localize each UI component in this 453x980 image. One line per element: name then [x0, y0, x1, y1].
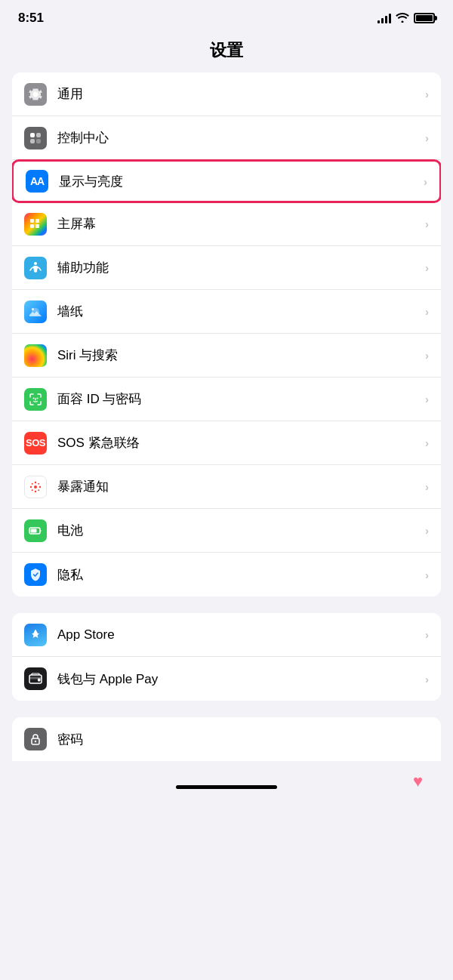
- page-title: 设置: [210, 41, 243, 60]
- settings-row-wallet[interactable]: 钱包与 Apple Pay ›: [12, 657, 441, 701]
- control-center-icon: [24, 127, 47, 149]
- svg-rect-3: [36, 139, 41, 143]
- signal-icon: [378, 13, 391, 23]
- wallet-icon: [24, 667, 47, 690]
- settings-row-home-screen[interactable]: 主屏幕 ›: [12, 202, 441, 246]
- svg-rect-6: [30, 224, 34, 228]
- svg-rect-7: [35, 224, 39, 228]
- control-center-chevron: ›: [425, 131, 429, 144]
- exposure-chevron: ›: [425, 480, 429, 493]
- settings-row-general[interactable]: 通用 ›: [12, 72, 441, 116]
- svg-point-10: [32, 308, 34, 310]
- battery-icon: [414, 13, 435, 23]
- appstore-icon: [24, 624, 47, 646]
- svg-point-17: [39, 485, 41, 487]
- wallet-chevron: ›: [425, 673, 429, 686]
- password-label: 密码: [57, 731, 429, 748]
- sos-icon: SOS: [24, 432, 47, 455]
- settings-row-exposure[interactable]: 暴露通知 ›: [12, 465, 441, 509]
- accessibility-chevron: ›: [425, 261, 429, 274]
- display-label: 显示与亮度: [59, 173, 424, 190]
- siri-icon: [24, 344, 47, 367]
- svg-point-21: [38, 489, 39, 491]
- status-time: 8:51: [18, 11, 44, 26]
- svg-point-13: [34, 485, 37, 488]
- exposure-icon: [24, 476, 47, 498]
- svg-point-14: [35, 481, 36, 482]
- password-section: 密码: [12, 717, 441, 761]
- settings-row-battery[interactable]: 电池 ›: [12, 509, 441, 553]
- general-chevron: ›: [425, 88, 429, 100]
- svg-point-28: [35, 741, 36, 742]
- settings-row-sos[interactable]: SOS SOS 紧急联络 ›: [12, 421, 441, 465]
- exposure-label: 暴露通知: [57, 478, 425, 495]
- settings-row-appstore[interactable]: App Store ›: [12, 613, 441, 657]
- appstore-label: App Store: [57, 627, 425, 643]
- privacy-label: 隐私: [57, 566, 425, 584]
- battery-label: 电池: [57, 522, 425, 539]
- settings-row-faceid[interactable]: 面容 ID 与密码 ›: [12, 378, 441, 421]
- accessibility-icon: [24, 257, 47, 279]
- wallpaper-icon: [24, 300, 47, 323]
- store-section: App Store › 钱包与 Apple Pay ›: [12, 613, 441, 701]
- general-icon: [24, 83, 47, 106]
- accessibility-label: 辅助功能: [57, 259, 425, 276]
- svg-rect-23: [31, 529, 37, 532]
- svg-point-15: [35, 490, 36, 492]
- display-icon: AA: [26, 170, 48, 193]
- svg-point-16: [30, 485, 32, 487]
- display-chevron: ›: [424, 175, 427, 188]
- control-center-label: 控制中心: [57, 129, 425, 146]
- settings-row-siri[interactable]: Siri 与搜索 ›: [12, 334, 441, 378]
- wallet-label: 钱包与 Apple Pay: [57, 670, 425, 688]
- svg-point-8: [34, 262, 37, 265]
- settings-row-password[interactable]: 密码: [12, 717, 441, 761]
- status-bar: 8:51: [0, 0, 453, 32]
- svg-rect-2: [30, 139, 35, 143]
- svg-rect-0: [30, 133, 35, 137]
- settings-row-wallpaper[interactable]: 墙纸 ›: [12, 290, 441, 334]
- wallpaper-label: 墙纸: [57, 303, 425, 320]
- status-icons: [378, 12, 435, 25]
- faceid-icon: [24, 388, 47, 411]
- svg-point-20: [32, 489, 33, 491]
- appstore-chevron: ›: [425, 628, 429, 641]
- settings-row-display[interactable]: AA 显示与亮度 ›: [12, 159, 441, 203]
- privacy-chevron: ›: [425, 569, 429, 581]
- svg-rect-26: [38, 679, 41, 682]
- settings-row-privacy[interactable]: 隐私 ›: [12, 553, 441, 596]
- siri-chevron: ›: [425, 349, 429, 362]
- home-indicator: [176, 785, 277, 789]
- password-icon: [24, 728, 47, 750]
- decorative-heart: ♥: [413, 772, 423, 791]
- faceid-chevron: ›: [425, 393, 429, 405]
- siri-label: Siri 与搜索: [57, 347, 425, 364]
- settings-row-accessibility[interactable]: 辅助功能 ›: [12, 246, 441, 290]
- privacy-icon: [24, 563, 47, 586]
- home-screen-chevron: ›: [425, 217, 429, 230]
- home-screen-icon: [24, 213, 47, 236]
- faceid-label: 面容 ID 与密码: [57, 390, 425, 408]
- battery-row-icon: [24, 519, 47, 542]
- battery-chevron: ›: [425, 524, 429, 537]
- svg-point-12: [37, 397, 39, 399]
- svg-rect-4: [30, 219, 34, 223]
- page-title-bar: 设置: [0, 32, 453, 72]
- svg-point-19: [38, 482, 39, 484]
- general-section: 通用 › 控制中心 › AA 显示与亮度 ›: [12, 72, 441, 596]
- svg-point-18: [32, 482, 33, 484]
- wallpaper-chevron: ›: [425, 305, 429, 318]
- settings-row-control-center[interactable]: 控制中心 ›: [12, 116, 441, 160]
- wifi-icon: [396, 12, 409, 25]
- svg-rect-5: [35, 219, 39, 223]
- sos-label: SOS 紧急联络: [57, 434, 425, 451]
- svg-rect-1: [36, 133, 41, 137]
- svg-point-11: [33, 397, 35, 399]
- general-label: 通用: [57, 85, 425, 103]
- home-screen-label: 主屏幕: [57, 215, 425, 233]
- sos-chevron: ›: [425, 436, 429, 449]
